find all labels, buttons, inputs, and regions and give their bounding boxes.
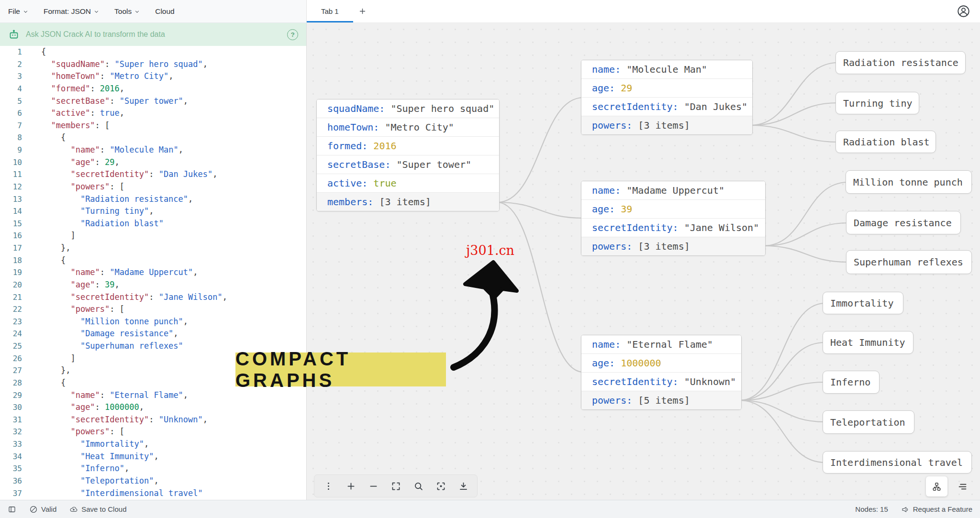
tab-tab-1[interactable]: Tab 1 (307, 0, 353, 22)
editor-line[interactable]: 34 "Heat Immunity", (0, 451, 306, 463)
editor-line[interactable]: 36 "Teleportation", (0, 475, 306, 487)
zoom-in-icon (346, 481, 356, 491)
graph-node-madame-uppercut[interactable]: name: "Madame Uppercut"age: 39secretIden… (581, 181, 766, 256)
code-line: "Radiation blast" (22, 218, 164, 230)
status-item-valid[interactable]: Valid (29, 505, 56, 514)
help-circle-icon[interactable]: ? (287, 29, 298, 40)
editor-line[interactable]: 12 "powers": [ (0, 181, 306, 193)
line-number: 36 (0, 475, 22, 487)
editor-line[interactable]: 10 "age": 29, (0, 156, 306, 169)
menu-item-file[interactable]: File (8, 7, 29, 16)
status-bar: ValidSave to Cloud Nodes: 15Request a Fe… (0, 500, 980, 518)
editor-line[interactable]: 35 "Inferno", (0, 463, 306, 475)
graph-node-leaf-million-tonne-punch[interactable]: Million tonne punch (846, 170, 972, 194)
left-panel: Ask JSON Crack AI to transform the data … (0, 23, 306, 500)
line-number: 15 (0, 218, 22, 230)
account-icon[interactable] (957, 5, 970, 18)
editor-line[interactable]: 15 "Radiation blast" (0, 218, 306, 230)
zoom-in-button[interactable] (341, 476, 360, 496)
editor-line[interactable]: 31 "secretIdentity": "Unknown", (0, 414, 306, 426)
zoom-out-button[interactable] (364, 476, 383, 496)
graph-node-leaf-superhuman-reflexes[interactable]: Superhuman reflexes (846, 250, 972, 274)
status-item-save-to-cloud[interactable]: Save to Cloud (69, 505, 126, 514)
editor-line[interactable]: 19 "name": "Madame Uppercut", (0, 266, 306, 279)
list-lines-button[interactable] (952, 476, 973, 496)
editor-line[interactable]: 23 "Million tonne punch", (0, 316, 306, 328)
hierarchy-button[interactable] (926, 476, 947, 496)
editor-line[interactable]: 4 "formed": 2016, (0, 83, 306, 95)
line-number: 19 (0, 266, 22, 279)
menu-item-format-json[interactable]: Format: JSON (44, 7, 100, 16)
json-editor[interactable]: 1{2 "squadName": "Super hero squad",3 "h… (0, 46, 306, 500)
caret-down-icon (93, 9, 100, 15)
code-line: "active": true, (22, 107, 124, 120)
graph-node-leaf-radiation-blast[interactable]: Radiation blast (835, 131, 936, 153)
editor-line[interactable]: 18 { (0, 254, 306, 267)
ai-prompt-bar[interactable]: Ask JSON Crack AI to transform the data … (0, 23, 306, 46)
menu-item-label: Format: JSON (44, 7, 91, 16)
code-line: "secretIdentity": "Unknown", (22, 414, 208, 426)
line-number: 18 (0, 254, 22, 267)
line-number: 28 (0, 377, 22, 389)
editor-line[interactable]: 6 "active": true, (0, 107, 306, 120)
node-key: secretBase: (327, 159, 390, 170)
graph-node-leaf-radiation-resistance[interactable]: Radiation resistance (835, 51, 966, 74)
graph-node-leaf-inferno[interactable]: Inferno (823, 371, 880, 394)
node-row-age: age: 1000000 (581, 354, 741, 373)
editor-line[interactable]: 33 "Immortality", (0, 438, 306, 451)
line-number: 9 (0, 144, 22, 156)
editor-line[interactable]: 7 "members": [ (0, 120, 306, 132)
editor-line[interactable]: 30 "age": 1000000, (0, 401, 306, 414)
editor-line[interactable]: 9 "name": "Molecule Man", (0, 144, 306, 156)
status-item-nodes-15[interactable]: Nodes: 15 (855, 505, 888, 513)
editor-line[interactable]: 17 }, (0, 242, 306, 254)
editor-line[interactable]: 3 "homeTown": "Metro City", (0, 70, 306, 83)
graph-node-leaf-immortality[interactable]: Immortality (823, 292, 903, 314)
editor-line[interactable]: 1{ (0, 46, 306, 58)
status-item-sidebar-toggle[interactable] (8, 505, 16, 514)
download-button[interactable] (454, 476, 473, 496)
graph-edge (497, 98, 583, 202)
editor-line[interactable]: 20 "age": 39, (0, 279, 306, 291)
code-line: "name": "Eternal Flame", (22, 389, 188, 402)
graph-node-leaf-heat-immunity[interactable]: Heat Immunity (823, 331, 913, 354)
line-number: 7 (0, 120, 22, 132)
line-number: 16 (0, 230, 22, 242)
graph-canvas[interactable]: squadName: "Super hero squad"homeTown: "… (306, 23, 980, 500)
list-lines-icon (958, 482, 968, 492)
valid-icon (29, 505, 38, 514)
editor-line[interactable]: 13 "Radiation resistance", (0, 193, 306, 206)
editor-line[interactable]: 24 "Damage resistance", (0, 328, 306, 340)
editor-line[interactable]: 5 "secretBase": "Super tower", (0, 95, 306, 108)
editor-line[interactable]: 2 "squadName": "Super hero squad", (0, 58, 306, 71)
graph-view-controls (926, 476, 973, 496)
graph-node-root[interactable]: squadName: "Super hero squad"homeTown: "… (316, 99, 500, 211)
editor-line[interactable]: 21 "secretIdentity": "Jane Wilson", (0, 291, 306, 304)
graph-edge (739, 303, 825, 400)
graph-node-leaf-teleportation[interactable]: Teleportation (823, 410, 914, 434)
node-row-name: name: "Eternal Flame" (581, 335, 741, 354)
menu-item-tools[interactable]: Tools (114, 7, 140, 16)
code-line: "name": "Madame Uppercut", (22, 266, 198, 279)
editor-line[interactable]: 8 { (0, 132, 306, 144)
focus-icon (436, 481, 446, 491)
graph-node-leaf-turning-tiny[interactable]: Turning tiny (835, 92, 919, 114)
new-tab-button[interactable] (353, 0, 372, 22)
menu-item-cloud[interactable]: Cloud (155, 7, 175, 16)
graph-node-molecule-man[interactable]: name: "Molecule Man"age: 29secretIdentit… (581, 60, 753, 135)
graph-node-leaf-interdimensional-travel[interactable]: Interdimensional travel (823, 451, 972, 474)
code-line: "powers": [ (22, 181, 124, 193)
editor-line[interactable]: 14 "Turning tiny", (0, 205, 306, 218)
graph-node-leaf-damage-resistance[interactable]: Damage resistance (846, 211, 961, 234)
fit-screen-button[interactable] (386, 476, 405, 496)
editor-line[interactable]: 22 "powers": [ (0, 303, 306, 316)
editor-line[interactable]: 11 "secretIdentity": "Dan Jukes", (0, 168, 306, 181)
focus-button[interactable] (431, 476, 450, 496)
search-button[interactable] (409, 476, 428, 496)
editor-line[interactable]: 16 ] (0, 230, 306, 242)
status-item-request-a-feature[interactable]: Request a Feature (901, 505, 972, 514)
editor-line[interactable]: 32 "powers": [ (0, 426, 306, 438)
kebab-menu-button[interactable] (319, 476, 338, 496)
graph-node-eternal-flame[interactable]: name: "Eternal Flame"age: 1000000secretI… (581, 335, 742, 410)
editor-line[interactable]: 37 "Interdimensional travel" (0, 487, 306, 500)
